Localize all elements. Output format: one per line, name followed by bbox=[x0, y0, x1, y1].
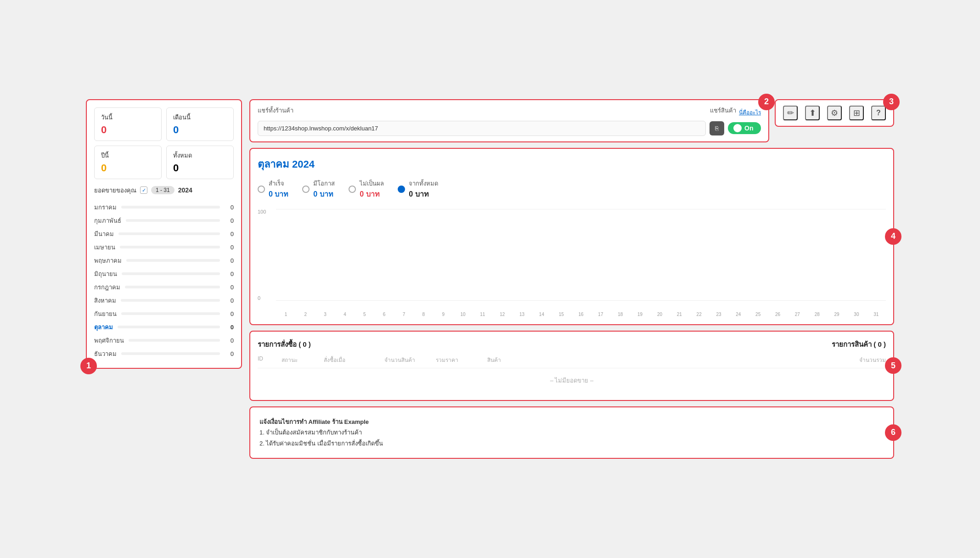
badge-6: 6 bbox=[885, 424, 901, 441]
x-label: 3 bbox=[315, 312, 335, 317]
settings-button[interactable]: ⚙ bbox=[827, 106, 842, 120]
month-value: 0 bbox=[225, 257, 234, 264]
y-label-100: 100 bbox=[258, 209, 266, 214]
orders-section: รายการสั่งซื้อ ( 0 ) รายการสินค้า ( 0 ) … bbox=[249, 331, 894, 401]
filter-radio[interactable] bbox=[302, 186, 310, 193]
info-line: 1. จำเป็นต้องสมัครสมาชิกกับทางร้านค้า bbox=[259, 427, 884, 438]
stat-value: 0 bbox=[101, 162, 155, 174]
left-panel: วันนี้ 0 เดือนนี้ 0 ปีนี้ 0 ทั้งหมด 0 ยอ… bbox=[86, 99, 242, 369]
month-bar bbox=[121, 206, 220, 209]
badge-3: 3 bbox=[883, 94, 900, 110]
badge-2: 2 bbox=[758, 94, 775, 110]
filter-label: จากทั้งหมด bbox=[409, 179, 438, 188]
filter-value: 0 บาท bbox=[313, 188, 335, 200]
stat-label: ปีนี้ bbox=[101, 151, 155, 160]
x-label: 12 bbox=[492, 312, 512, 317]
month-item[interactable]: มีนาคม 0 bbox=[94, 227, 234, 241]
month-item[interactable]: สิงหาคม 0 bbox=[94, 294, 234, 307]
month-bar bbox=[118, 232, 220, 235]
filter-value: 0 บาท bbox=[360, 188, 384, 200]
toggle-label: On bbox=[744, 124, 753, 132]
share-url-input[interactable] bbox=[258, 121, 706, 136]
filter-item[interactable]: มีโอกาส 0 บาท bbox=[302, 179, 335, 200]
year-checkbox[interactable] bbox=[140, 186, 147, 194]
x-label: 23 bbox=[709, 312, 729, 317]
month-bar bbox=[121, 312, 220, 315]
month-name: กันยายน bbox=[94, 309, 117, 319]
stats-grid: วันนี้ 0 เดือนนี้ 0 ปีนี้ 0 ทั้งหมด 0 bbox=[94, 107, 234, 179]
filter-radio[interactable] bbox=[258, 186, 265, 193]
empty-orders: – ไม่มียอดขาย – bbox=[258, 368, 886, 393]
month-item[interactable]: มกราคม 0 bbox=[94, 201, 234, 214]
filter-radio[interactable] bbox=[349, 186, 356, 193]
month-item[interactable]: พฤษภาคม 0 bbox=[94, 254, 234, 267]
affiliate-label: แชร์สินค้า bbox=[710, 106, 736, 115]
help-button[interactable]: ? bbox=[871, 106, 886, 120]
share-label: แชร์ทั้งร้านค้า bbox=[258, 106, 293, 115]
table-col-header: ID bbox=[258, 355, 276, 364]
stat-label: วันนี้ bbox=[101, 113, 155, 122]
what-link[interactable]: นี่คืออะไร bbox=[739, 108, 761, 117]
filter-item[interactable]: สำเร็จ 0 บาท bbox=[258, 179, 288, 200]
stat-card: ทั้งหมด 0 bbox=[166, 146, 234, 179]
x-label: 9 bbox=[434, 312, 453, 317]
month-value: 0 bbox=[225, 244, 234, 251]
month-name: พฤศจิกายน bbox=[94, 336, 124, 345]
month-item[interactable]: กรกฎาคม 0 bbox=[94, 281, 234, 294]
chart-filter-row: สำเร็จ 0 บาท มีโอกาส 0 บาท ไม่เป็นผล 0 บ… bbox=[258, 179, 886, 200]
filter-radio[interactable] bbox=[398, 186, 405, 193]
filter-item[interactable]: จากทั้งหมด 0 บาท bbox=[398, 179, 438, 200]
x-label: 8 bbox=[414, 312, 434, 317]
month-item[interactable]: มิถุนายน 0 bbox=[94, 267, 234, 281]
filter-label: ไม่เป็นผล bbox=[360, 179, 384, 188]
info-lines: 1. จำเป็นต้องสมัครสมาชิกกับทางร้านค้า2. … bbox=[259, 427, 884, 449]
x-label: 27 bbox=[788, 312, 807, 317]
month-value: 0 bbox=[225, 217, 234, 224]
gear-icon: ⚙ bbox=[831, 108, 838, 118]
share-row: ⎘ On bbox=[258, 121, 761, 136]
badge-1: 1 bbox=[80, 358, 97, 374]
orders-title: รายการสั่งซื้อ ( 0 ) bbox=[258, 339, 311, 350]
month-item[interactable]: เมษายน 0 bbox=[94, 241, 234, 254]
x-label: 4 bbox=[335, 312, 355, 317]
month-value: 0 bbox=[225, 284, 234, 291]
x-label: 28 bbox=[807, 312, 827, 317]
month-name: มกราคม bbox=[94, 203, 117, 212]
stat-card: ปีนี้ 0 bbox=[94, 146, 162, 179]
icon-box: ✏ ⬆ ⚙ ⊞ ? 3 bbox=[775, 99, 894, 127]
month-value: 0 bbox=[225, 297, 234, 304]
x-label: 5 bbox=[355, 312, 374, 317]
month-bar bbox=[118, 326, 220, 328]
month-value: 0 bbox=[225, 231, 234, 237]
stat-value: 0 bbox=[101, 124, 155, 136]
month-item[interactable]: พฤศจิกายน 0 bbox=[94, 334, 234, 347]
stat-value: 0 bbox=[173, 124, 227, 136]
filter-item[interactable]: ไม่เป็นผล 0 บาท bbox=[349, 179, 384, 200]
month-name: กุมภาพันธ์ bbox=[94, 216, 121, 225]
table-col-header: จำนวนรวม bbox=[849, 355, 886, 364]
chart-gridline-bottom bbox=[276, 300, 886, 301]
info-title: แจ้งเงื่อนไขการทำ Affiliate ร้าน Example bbox=[259, 418, 369, 425]
copy-button[interactable]: ⎘ bbox=[710, 121, 724, 135]
edit-button[interactable]: ✏ bbox=[783, 106, 798, 120]
month-item[interactable]: ธันวาคม 0 bbox=[94, 347, 234, 361]
share-toggle[interactable]: On bbox=[728, 122, 761, 134]
month-bar bbox=[121, 299, 220, 302]
chart-section: ตุลาคม 2024 สำเร็จ 0 บาท มีโอกาส 0 บาท ไ… bbox=[249, 148, 894, 325]
products-title: รายการสินค้า ( 0 ) bbox=[832, 339, 886, 350]
year-toggle[interactable]: 1 - 31 bbox=[151, 186, 175, 194]
month-value: 0 bbox=[225, 271, 234, 277]
x-label: 14 bbox=[532, 312, 552, 317]
month-item[interactable]: กุมภาพันธ์ 0 bbox=[94, 214, 234, 227]
grid-icon: ⊞ bbox=[853, 108, 860, 118]
badge-4: 4 bbox=[885, 228, 901, 245]
month-item[interactable]: ตุลาคม 0 bbox=[94, 321, 234, 334]
right-panel: แชร์ทั้งร้านค้า แชร์สินค้า นี่คืออะไร ⎘ bbox=[249, 99, 894, 459]
month-value: 0 bbox=[225, 204, 234, 211]
share-box: แชร์ทั้งร้านค้า แชร์สินค้า นี่คืออะไร ⎘ bbox=[249, 99, 769, 142]
share-button[interactable]: ⬆ bbox=[805, 106, 820, 120]
orders-table-header: IDสถานะสั่งซื้อเมื่อจำนวนสินค้ารวมราคาสิ… bbox=[258, 355, 886, 368]
month-item[interactable]: กันยายน 0 bbox=[94, 307, 234, 321]
table-col-header: รวมราคา bbox=[436, 355, 482, 364]
grid-button[interactable]: ⊞ bbox=[849, 106, 864, 120]
